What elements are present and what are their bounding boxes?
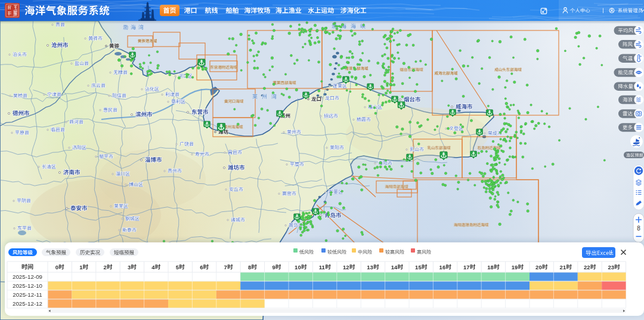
svg-text:3: 3	[128, 264, 131, 270]
svg-text:12: 12	[343, 264, 349, 270]
svg-text:1: 1	[79, 264, 83, 270]
svg-text:22: 22	[584, 264, 590, 270]
svg-text:2: 2	[104, 264, 107, 270]
svg-text:15: 15	[415, 264, 422, 270]
svg-text:16: 16	[439, 264, 446, 270]
svg-text:2025-12-11: 2025-12-11	[13, 291, 42, 298]
svg-text:2025-12-12: 2025-12-12	[13, 300, 42, 307]
svg-text:5: 5	[176, 264, 179, 270]
svg-text:19: 19	[512, 264, 518, 270]
svg-text:10: 10	[295, 264, 301, 270]
svg-text:9: 9	[272, 264, 275, 270]
svg-text:17: 17	[463, 264, 470, 270]
svg-text:14: 14	[391, 264, 398, 270]
svg-text:8: 8	[248, 264, 251, 270]
svg-text:6: 6	[200, 264, 203, 270]
svg-text:13: 13	[367, 264, 373, 270]
svg-text:21: 21	[560, 264, 566, 270]
svg-text:2025-12-10: 2025-12-10	[13, 282, 43, 289]
svg-text:7: 7	[224, 264, 227, 270]
svg-text:4: 4	[151, 264, 155, 270]
svg-text:8: 8	[637, 225, 640, 232]
svg-text:11: 11	[319, 264, 326, 270]
svg-text:0: 0	[55, 264, 58, 270]
svg-text:23: 23	[608, 264, 614, 270]
svg-text:18: 18	[487, 264, 494, 270]
svg-text:20: 20	[535, 264, 542, 270]
svg-text:2025-12-09: 2025-12-09	[13, 273, 42, 280]
